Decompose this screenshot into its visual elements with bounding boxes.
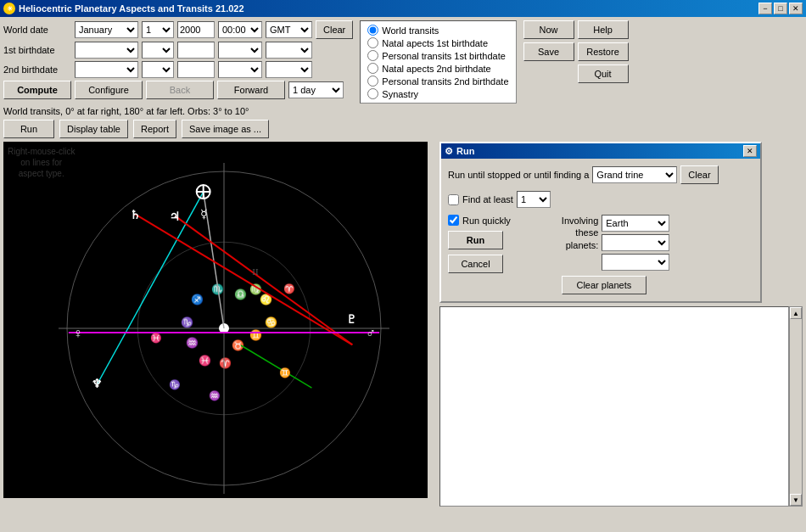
birthdate1-label: 1st birthdate [3, 45, 71, 55]
chart-note: Right-mouse-clickon lines foraspect type… [8, 146, 75, 179]
right-panel: ⚙ Run ✕ Run until stopped or until findi… [439, 142, 803, 507]
involving-label: Involvingtheseplanets: [562, 215, 598, 251]
title-bar-buttons: − □ ✕ [758, 3, 803, 14]
run-dialog-title: ⚙ Run ✕ [441, 143, 760, 159]
radio-synastry[interactable]: Synastry [367, 88, 508, 99]
save-image-button[interactable]: Save image as ... [182, 120, 269, 138]
status-text: World transits, 0° at far right, 180° at… [3, 106, 803, 116]
quit-button[interactable]: Quit [578, 64, 629, 83]
display-table-button[interactable]: Display table [59, 120, 128, 138]
minimize-button[interactable]: − [758, 3, 772, 14]
main-window: World date JanuaryFebruaryMarchApril May… [0, 17, 806, 532]
run-quickly-checkbox[interactable] [448, 215, 459, 226]
find-at-least-checkbox[interactable] [448, 194, 459, 205]
radio-options-box: World transits Natal apects 1st birthdat… [360, 20, 516, 104]
birthdate2-row: 2nd birthdate [3, 61, 353, 78]
radio-world-transits[interactable]: World transits [367, 25, 508, 36]
interval-select[interactable]: 1 day1 week1 month [288, 81, 344, 98]
toolbar-row: Run Display table Report Save image as .… [3, 120, 803, 138]
run-center: Run quickly Run Cancel Involvingthesepla… [448, 215, 753, 294]
find-at-least-row: Find at least 123 [448, 191, 753, 208]
timezone-select[interactable]: GMT [266, 21, 312, 38]
time-select[interactable]: 00:00 [218, 21, 262, 38]
app-icon: ☀ [3, 3, 15, 14]
run-dialog-label: Run [456, 146, 474, 156]
output-section: ▲ ▼ [439, 306, 803, 507]
cancel-button[interactable]: Cancel [448, 255, 503, 273]
close-window-button[interactable]: ✕ [789, 3, 803, 14]
run-toolbar-button[interactable]: Run [3, 120, 54, 138]
bd1-tz[interactable] [266, 42, 312, 59]
radio-personal-2nd[interactable]: Personal transits 2nd birthdate [367, 76, 508, 87]
radio-natal-1st[interactable]: Natal apects 1st birthdate [367, 37, 508, 48]
planet-chart[interactable] [3, 142, 428, 498]
run-until-row: Run until stopped or until finding a Gra… [448, 165, 753, 184]
compute-button[interactable]: Compute [3, 81, 71, 99]
restore-button[interactable]: Restore [578, 42, 629, 61]
find-at-least-select[interactable]: 123 [517, 191, 551, 208]
report-button[interactable]: Report [133, 120, 176, 138]
save-button[interactable]: Save [523, 42, 574, 61]
run-right: Involvingtheseplanets: Earth MercuryVenu… [562, 215, 669, 294]
scroll-up-button[interactable]: ▲ [790, 307, 802, 319]
month-select[interactable]: JanuaryFebruaryMarchApril MayJuneJulyAug… [75, 21, 138, 38]
help-button[interactable]: Help [578, 20, 629, 39]
run-dialog: ⚙ Run ✕ Run until stopped or until findi… [439, 142, 762, 303]
bd1-year[interactable] [177, 42, 215, 59]
output-area [439, 306, 789, 507]
bd1-time[interactable] [218, 42, 262, 59]
world-date-clear-button[interactable]: Clear [316, 20, 353, 39]
run-until-label: Run until stopped or until finding a [448, 170, 589, 180]
scroll-down-button[interactable]: ▼ [790, 494, 802, 506]
run-button[interactable]: Run [448, 231, 503, 249]
birthdate1-row: 1st birthdate [3, 42, 353, 59]
title-bar-left: ☀ Heliocentric Planetary Aspects and Tra… [3, 3, 244, 14]
now-button[interactable]: Now [523, 20, 574, 39]
run-clear-button[interactable]: Clear [680, 165, 718, 184]
run-quickly-row: Run quickly [448, 215, 511, 226]
world-date-row: World date JanuaryFebruaryMarchApril May… [3, 20, 353, 39]
birthdate2-label: 2nd birthdate [3, 64, 71, 75]
run-dialog-body: Run until stopped or until finding a Gra… [441, 159, 760, 301]
run-dialog-close[interactable]: ✕ [743, 145, 757, 157]
run-left: Run quickly Run Cancel [448, 215, 511, 294]
configure-button[interactable]: Configure [75, 81, 143, 99]
bd2-year[interactable] [177, 61, 215, 78]
action-row: Compute Configure Back Forward 1 day1 we… [3, 81, 353, 99]
run-dialog-icon: ⚙ [445, 146, 453, 157]
find-at-least-label: Find at least [462, 194, 513, 204]
bottom-area: Right-mouse-clickon lines foraspect type… [3, 142, 803, 507]
bd1-month[interactable] [75, 42, 138, 59]
right-buttons: Now Help Save Restore Quit [523, 20, 629, 104]
bd2-day[interactable] [142, 61, 174, 78]
planet2-select[interactable]: MercuryVenusEarthMars JupiterSaturnUranu… [602, 234, 669, 251]
back-button[interactable]: Back [146, 81, 214, 99]
year-input[interactable] [177, 21, 215, 38]
aspect-select[interactable]: Grand trine T-square Conjunction Opposit… [592, 166, 677, 183]
involving-planets-section: Involvingtheseplanets: Earth MercuryVenu… [562, 215, 669, 271]
forward-button[interactable]: Forward [217, 81, 285, 99]
title-bar: ☀ Heliocentric Planetary Aspects and Tra… [0, 0, 806, 17]
bd2-tz[interactable] [266, 61, 312, 78]
bd1-day[interactable] [142, 42, 174, 59]
bd2-month[interactable] [75, 61, 138, 78]
window-title: Heliocentric Planetary Aspects and Trans… [19, 3, 244, 14]
clear-planets-button[interactable]: Clear planets [562, 276, 646, 294]
world-date-label: World date [3, 25, 71, 35]
radio-natal-2nd[interactable]: Natal apects 2nd birthdate [367, 63, 508, 74]
planet3-select[interactable]: MercuryVenusEarthMars JupiterSaturnUranu… [602, 254, 669, 271]
output-scrollbar[interactable]: ▲ ▼ [789, 306, 803, 507]
radio-personal-1st[interactable]: Personal transits 1st birthdate [367, 50, 508, 61]
maximize-button[interactable]: □ [774, 3, 787, 14]
run-quickly-label: Run quickly [462, 216, 511, 226]
chart-area: Right-mouse-clickon lines foraspect type… [3, 142, 436, 507]
day-select[interactable]: 1 [142, 21, 174, 38]
planet1-select[interactable]: Earth MercuryVenusMars JupiterSaturnUran… [602, 215, 669, 232]
bd2-time[interactable] [218, 61, 262, 78]
